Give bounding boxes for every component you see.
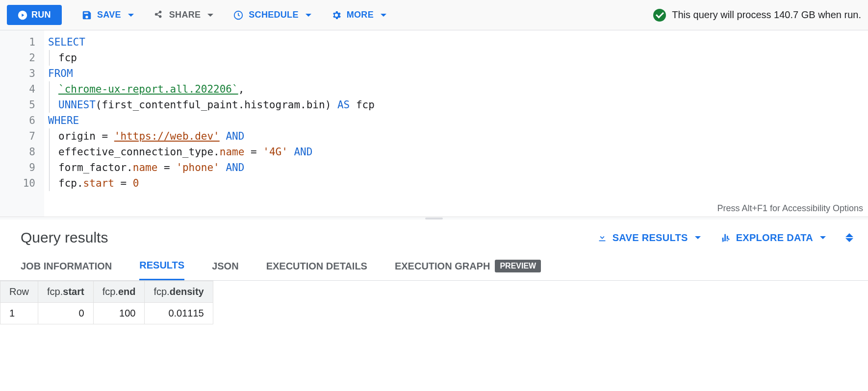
cell-end: 100 [93, 303, 145, 324]
schedule-label: SCHEDULE [249, 10, 298, 20]
table-row: 1 0 100 0.01115 [0, 303, 213, 324]
schedule-button[interactable]: SCHEDULE [233, 10, 311, 21]
query-toolbar: RUN SAVE SHARE SCHEDULE MORE This query … [0, 0, 868, 30]
chevron-down-icon [306, 14, 311, 17]
run-label: RUN [31, 10, 51, 20]
clock-icon [233, 10, 244, 21]
check-icon [653, 9, 666, 22]
share-button[interactable]: SHARE [153, 10, 214, 21]
share-icon [153, 10, 164, 21]
expand-collapse-button[interactable] [845, 233, 853, 242]
tab-job-information[interactable]: JOB INFORMATION [21, 260, 112, 280]
results-header: Query results SAVE RESULTS EXPLORE DATA [0, 220, 868, 251]
tab-execution-graph[interactable]: EXECUTION GRAPH PREVIEW [395, 260, 541, 280]
gear-icon [331, 10, 342, 21]
run-button[interactable]: RUN [7, 5, 62, 25]
col-fcp-start: fcp.start [38, 281, 94, 303]
explore-data-button[interactable]: EXPLORE DATA [720, 232, 826, 244]
cell-start: 0 [38, 303, 94, 324]
tab-results[interactable]: RESULTS [139, 260, 184, 280]
more-button[interactable]: MORE [331, 10, 386, 21]
line-gutter: 1 2 3 4 5 6 7 8 9 10 [0, 30, 44, 217]
cell-row: 1 [0, 303, 38, 324]
tab-execution-details[interactable]: EXECUTION DETAILS [266, 260, 367, 280]
results-table: Row fcp.start fcp.end fcp.density 1 0 10… [0, 281, 213, 324]
download-icon [597, 232, 608, 243]
chevron-up-icon [845, 233, 853, 237]
chevron-down-icon [845, 238, 853, 242]
save-results-button[interactable]: SAVE RESULTS [597, 232, 701, 244]
explore-data-label: EXPLORE DATA [736, 232, 813, 244]
save-button[interactable]: SAVE [81, 10, 134, 21]
cell-density: 0.01115 [145, 303, 213, 324]
chevron-down-icon [820, 236, 826, 239]
chevron-down-icon [207, 14, 213, 17]
col-row: Row [0, 281, 38, 303]
query-status: This query will process 140.7 GB when ru… [653, 9, 861, 22]
save-label: SAVE [97, 10, 121, 20]
share-label: SHARE [169, 10, 201, 20]
results-tabs: JOB INFORMATION RESULTS JSON EXECUTION D… [0, 251, 868, 281]
save-results-label: SAVE RESULTS [613, 232, 688, 244]
more-label: MORE [347, 10, 374, 20]
col-fcp-density: fcp.density [145, 281, 213, 303]
sql-editor[interactable]: 1 2 3 4 5 6 7 8 9 10 SELECT fcp FROM `ch… [0, 30, 868, 217]
preview-badge: PREVIEW [495, 260, 541, 272]
status-text: This query will process 140.7 GB when ru… [672, 9, 861, 21]
tab-json[interactable]: JSON [212, 260, 238, 280]
chevron-down-icon [381, 14, 386, 17]
chevron-down-icon [128, 14, 134, 17]
table-header-row: Row fcp.start fcp.end fcp.density [0, 281, 213, 303]
play-icon [18, 10, 27, 20]
results-title: Query results [21, 229, 108, 246]
save-icon [81, 10, 92, 21]
chart-icon [720, 232, 731, 243]
accessibility-hint: Press Alt+F1 for Accessibility Options [717, 203, 863, 214]
code-area[interactable]: SELECT fcp FROM `chrome-ux-report.all.20… [44, 30, 868, 217]
chevron-down-icon [695, 236, 701, 239]
col-fcp-end: fcp.end [93, 281, 145, 303]
